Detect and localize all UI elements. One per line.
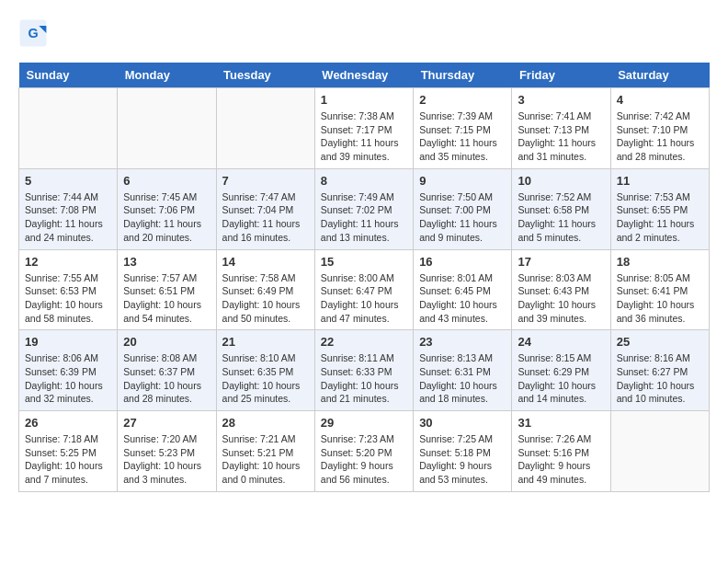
day-number: 23 (419, 335, 506, 349)
calendar-week-row: 26Sunrise: 7:18 AM Sunset: 5:25 PM Dayli… (19, 411, 710, 492)
calendar-empty-cell (19, 88, 118, 169)
logo: G (18, 18, 51, 48)
day-info: Sunrise: 7:38 AM Sunset: 7:17 PM Dayligh… (321, 109, 407, 164)
calendar-day-30: 30Sunrise: 7:25 AM Sunset: 5:18 PM Dayli… (414, 411, 512, 492)
day-info: Sunrise: 8:11 AM Sunset: 6:33 PM Dayligh… (321, 351, 407, 406)
day-number: 28 (222, 416, 309, 430)
day-info: Sunrise: 8:01 AM Sunset: 6:45 PM Dayligh… (419, 271, 506, 326)
day-info: Sunrise: 7:45 AM Sunset: 7:06 PM Dayligh… (123, 190, 210, 245)
day-info: Sunrise: 8:15 AM Sunset: 6:29 PM Dayligh… (518, 351, 604, 406)
calendar-empty-cell (118, 88, 216, 169)
calendar-day-17: 17Sunrise: 8:03 AM Sunset: 6:43 PM Dayli… (512, 249, 610, 330)
day-number: 20 (123, 335, 210, 349)
day-info: Sunrise: 8:00 AM Sunset: 6:47 PM Dayligh… (321, 271, 407, 326)
day-number: 22 (321, 335, 407, 349)
day-number: 5 (25, 174, 111, 188)
calendar-day-19: 19Sunrise: 8:06 AM Sunset: 6:39 PM Dayli… (19, 330, 118, 411)
day-info: Sunrise: 7:42 AM Sunset: 7:10 PM Dayligh… (617, 109, 703, 164)
day-number: 10 (518, 174, 604, 188)
day-info: Sunrise: 7:41 AM Sunset: 7:13 PM Dayligh… (518, 109, 604, 164)
weekday-header-friday: Friday (512, 63, 610, 88)
day-info: Sunrise: 8:03 AM Sunset: 6:43 PM Dayligh… (518, 271, 604, 326)
day-number: 13 (123, 255, 210, 269)
day-number: 19 (25, 335, 111, 349)
day-number: 15 (321, 255, 407, 269)
day-number: 11 (617, 174, 703, 188)
calendar-day-3: 3Sunrise: 7:41 AM Sunset: 7:13 PM Daylig… (512, 88, 610, 169)
day-number: 2 (419, 93, 506, 107)
day-number: 6 (123, 174, 210, 188)
day-info: Sunrise: 7:47 AM Sunset: 7:04 PM Dayligh… (222, 190, 309, 245)
day-number: 18 (617, 255, 703, 269)
day-number: 7 (222, 174, 309, 188)
day-info: Sunrise: 7:26 AM Sunset: 5:16 PM Dayligh… (518, 432, 604, 487)
calendar-day-1: 1Sunrise: 7:38 AM Sunset: 7:17 PM Daylig… (314, 88, 413, 169)
day-number: 12 (25, 255, 111, 269)
day-number: 26 (25, 416, 111, 430)
day-number: 27 (123, 416, 210, 430)
calendar-week-row: 12Sunrise: 7:55 AM Sunset: 6:53 PM Dayli… (19, 249, 710, 330)
calendar-day-28: 28Sunrise: 7:21 AM Sunset: 5:21 PM Dayli… (216, 411, 314, 492)
calendar-day-20: 20Sunrise: 8:08 AM Sunset: 6:37 PM Dayli… (118, 330, 216, 411)
calendar-table: SundayMondayTuesdayWednesdayThursdayFrid… (18, 63, 710, 492)
calendar-day-27: 27Sunrise: 7:20 AM Sunset: 5:23 PM Dayli… (118, 411, 216, 492)
day-info: Sunrise: 7:50 AM Sunset: 7:00 PM Dayligh… (419, 190, 506, 245)
day-number: 21 (222, 335, 309, 349)
calendar-day-25: 25Sunrise: 8:16 AM Sunset: 6:27 PM Dayli… (610, 330, 709, 411)
calendar-day-4: 4Sunrise: 7:42 AM Sunset: 7:10 PM Daylig… (610, 88, 709, 169)
calendar-empty-cell (610, 411, 709, 492)
calendar-day-8: 8Sunrise: 7:49 AM Sunset: 7:02 PM Daylig… (314, 168, 413, 249)
calendar-empty-cell (216, 88, 314, 169)
day-info: Sunrise: 7:44 AM Sunset: 7:08 PM Dayligh… (25, 190, 111, 245)
day-info: Sunrise: 7:55 AM Sunset: 6:53 PM Dayligh… (25, 271, 111, 326)
day-number: 31 (518, 416, 604, 430)
calendar-day-5: 5Sunrise: 7:44 AM Sunset: 7:08 PM Daylig… (19, 168, 118, 249)
day-info: Sunrise: 7:52 AM Sunset: 6:58 PM Dayligh… (518, 190, 604, 245)
calendar-week-row: 1Sunrise: 7:38 AM Sunset: 7:17 PM Daylig… (19, 88, 710, 169)
calendar-day-23: 23Sunrise: 8:13 AM Sunset: 6:31 PM Dayli… (414, 330, 512, 411)
weekday-header-thursday: Thursday (414, 63, 512, 88)
day-info: Sunrise: 8:05 AM Sunset: 6:41 PM Dayligh… (617, 271, 703, 326)
weekday-header-saturday: Saturday (610, 63, 709, 88)
calendar-day-13: 13Sunrise: 7:57 AM Sunset: 6:51 PM Dayli… (118, 249, 216, 330)
day-info: Sunrise: 7:57 AM Sunset: 6:51 PM Dayligh… (123, 271, 210, 326)
weekday-header-wednesday: Wednesday (314, 63, 413, 88)
calendar-day-18: 18Sunrise: 8:05 AM Sunset: 6:41 PM Dayli… (610, 249, 709, 330)
calendar-day-14: 14Sunrise: 7:58 AM Sunset: 6:49 PM Dayli… (216, 249, 314, 330)
calendar-day-12: 12Sunrise: 7:55 AM Sunset: 6:53 PM Dayli… (19, 249, 118, 330)
calendar-day-9: 9Sunrise: 7:50 AM Sunset: 7:00 PM Daylig… (414, 168, 512, 249)
day-info: Sunrise: 7:25 AM Sunset: 5:18 PM Dayligh… (419, 432, 506, 487)
calendar-day-7: 7Sunrise: 7:47 AM Sunset: 7:04 PM Daylig… (216, 168, 314, 249)
day-number: 4 (617, 93, 703, 107)
day-info: Sunrise: 8:16 AM Sunset: 6:27 PM Dayligh… (617, 351, 703, 406)
calendar-day-24: 24Sunrise: 8:15 AM Sunset: 6:29 PM Dayli… (512, 330, 610, 411)
day-info: Sunrise: 7:53 AM Sunset: 6:55 PM Dayligh… (617, 190, 703, 245)
calendar-week-row: 5Sunrise: 7:44 AM Sunset: 7:08 PM Daylig… (19, 168, 710, 249)
calendar-day-11: 11Sunrise: 7:53 AM Sunset: 6:55 PM Dayli… (610, 168, 709, 249)
calendar-day-6: 6Sunrise: 7:45 AM Sunset: 7:06 PM Daylig… (118, 168, 216, 249)
calendar-day-31: 31Sunrise: 7:26 AM Sunset: 5:16 PM Dayli… (512, 411, 610, 492)
svg-text:G: G (28, 26, 38, 40)
weekday-header-monday: Monday (118, 63, 216, 88)
calendar-day-21: 21Sunrise: 8:10 AM Sunset: 6:35 PM Dayli… (216, 330, 314, 411)
calendar-week-row: 19Sunrise: 8:06 AM Sunset: 6:39 PM Dayli… (19, 330, 710, 411)
day-info: Sunrise: 7:20 AM Sunset: 5:23 PM Dayligh… (123, 432, 210, 487)
day-number: 14 (222, 255, 309, 269)
day-info: Sunrise: 7:23 AM Sunset: 5:20 PM Dayligh… (321, 432, 407, 487)
day-info: Sunrise: 7:18 AM Sunset: 5:25 PM Dayligh… (25, 432, 111, 487)
day-info: Sunrise: 7:39 AM Sunset: 7:15 PM Dayligh… (419, 109, 506, 164)
day-number: 25 (617, 335, 703, 349)
day-info: Sunrise: 8:06 AM Sunset: 6:39 PM Dayligh… (25, 351, 111, 406)
logo-icon: G (18, 18, 48, 48)
day-info: Sunrise: 8:08 AM Sunset: 6:37 PM Dayligh… (123, 351, 210, 406)
weekday-header-tuesday: Tuesday (216, 63, 314, 88)
day-info: Sunrise: 7:58 AM Sunset: 6:49 PM Dayligh… (222, 271, 309, 326)
day-number: 16 (419, 255, 506, 269)
calendar-day-10: 10Sunrise: 7:52 AM Sunset: 6:58 PM Dayli… (512, 168, 610, 249)
day-number: 8 (321, 174, 407, 188)
calendar-day-16: 16Sunrise: 8:01 AM Sunset: 6:45 PM Dayli… (414, 249, 512, 330)
day-number: 3 (518, 93, 604, 107)
page-header: G (18, 18, 710, 48)
day-number: 29 (321, 416, 407, 430)
day-number: 30 (419, 416, 506, 430)
